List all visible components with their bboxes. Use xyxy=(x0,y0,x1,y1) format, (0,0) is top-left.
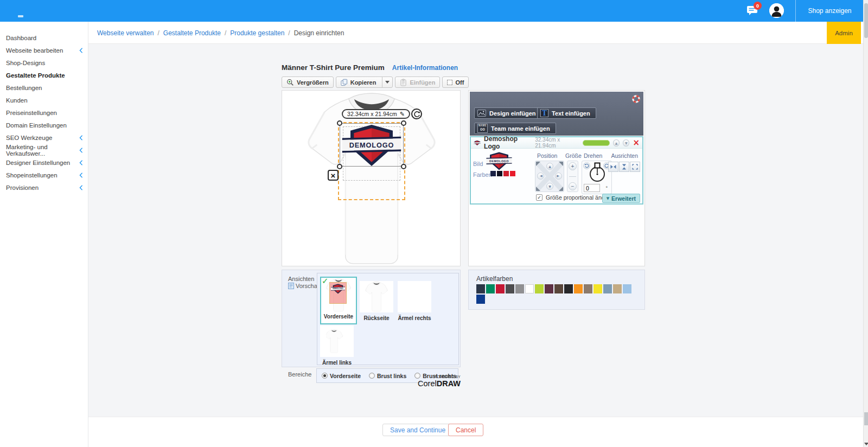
chevron-left-icon xyxy=(79,160,83,165)
sidebar-item-provisionen[interactable]: Provisionen xyxy=(0,181,88,194)
cancel-button[interactable]: Cancel xyxy=(448,424,483,436)
color-swatch[interactable] xyxy=(545,284,553,293)
breadcrumb-bar: Webseite verwalten / Gestaltete Produkte… xyxy=(88,22,864,44)
color-swatch[interactable] xyxy=(613,284,622,293)
view-aermel-links[interactable]: Ärmel links xyxy=(320,325,354,366)
view-thumbnail xyxy=(360,281,393,312)
user-avatar[interactable] xyxy=(769,3,784,18)
color-swatch[interactable] xyxy=(503,171,509,176)
view-vorderseite[interactable]: Vorderseite ✓ xyxy=(320,277,357,324)
sidebar-item-dashboard[interactable]: Dashboard xyxy=(0,31,88,44)
sidebar-item-label: Kunden xyxy=(6,97,28,104)
nudge-left-button[interactable]: ▲ xyxy=(537,173,544,180)
scrollbar-thumb[interactable] xyxy=(864,412,868,425)
color-swatch[interactable] xyxy=(554,284,563,293)
sidebar-item-domain-einstellungen[interactable]: Domain Einstellungen xyxy=(0,119,88,131)
ausrichten-label: Ausrichten xyxy=(611,152,638,159)
rotation-dial[interactable] xyxy=(586,162,608,184)
nudge-right-button[interactable]: ▲ xyxy=(555,173,562,180)
sidebar-item-seo-werkzeuge[interactable]: SEO Werkzeuge xyxy=(0,131,88,144)
artikel-informationen-link[interactable]: Artikel-Informationen xyxy=(392,64,458,72)
zoom-button[interactable]: Vergrößern xyxy=(282,76,334,88)
demologo-design[interactable] xyxy=(341,124,403,167)
sidebar-item-label: Gestaltete Produkte xyxy=(6,72,65,79)
sidebar-item-bestellungen[interactable]: Bestellungen xyxy=(0,81,88,94)
page: 0 Shop anzeigen Dashboard Webseite bearb… xyxy=(0,0,868,447)
sidebar-item-webseite-bearbeiten[interactable]: Webseite bearbeiten xyxy=(0,44,88,56)
design-size-pill[interactable]: 32.34cm x 21.94cm ✎ xyxy=(342,109,410,119)
delete-design-button[interactable]: × xyxy=(328,170,339,181)
view-label: Ärmel rechts xyxy=(398,315,431,321)
color-swatch[interactable] xyxy=(490,171,496,176)
sidebar-item-marketing[interactable]: Marketing- und Verkaufswer... xyxy=(0,144,88,156)
rotation-unit: ° xyxy=(605,186,608,191)
color-swatch[interactable] xyxy=(497,171,502,176)
rotation-input[interactable] xyxy=(584,184,600,192)
color-swatch[interactable] xyxy=(574,284,583,293)
layer-move-up-button[interactable]: ▲ xyxy=(613,139,620,146)
align-center-both-button[interactable] xyxy=(630,162,640,172)
sidebar-item-preiseinstellungen[interactable]: Preiseinstellungen xyxy=(0,106,88,119)
color-swatch[interactable] xyxy=(603,284,612,293)
design-toolbar: Vergrößern Kopieren Einfügen xyxy=(282,76,469,88)
sidebar-item-designer-einstellungen[interactable]: Designer Einstellungen xyxy=(0,156,88,169)
design-canvas[interactable]: 32.34cm x 21.94cm ✎ × xyxy=(282,90,461,266)
copy-button[interactable]: Kopieren xyxy=(336,76,393,88)
align-center-horizontal-button[interactable] xyxy=(608,162,618,172)
size-increase-button[interactable]: + xyxy=(569,162,577,170)
sidebar-item-shopeinstellungen[interactable]: Shopeinstellungen xyxy=(0,169,88,181)
color-swatch[interactable] xyxy=(623,284,631,293)
scrollbar-thumb[interactable] xyxy=(864,3,868,38)
breadcrumb-separator: / xyxy=(284,29,293,37)
rotate-design-button[interactable] xyxy=(411,108,422,119)
breadcrumb-link[interactable]: Gestaltete Produkte xyxy=(163,29,221,37)
view-aermel-rechts[interactable]: Ärmel rechts xyxy=(398,281,431,321)
layer-move-down-button[interactable]: ▼ xyxy=(623,139,629,146)
insert-text-button[interactable]: T Text einfügen xyxy=(537,107,596,119)
sidebar-item-shop-designs[interactable]: Shop-Designs xyxy=(0,56,88,69)
align-center-vertical-button[interactable] xyxy=(619,162,629,172)
color-swatch[interactable] xyxy=(476,295,485,304)
off-button[interactable]: Off xyxy=(442,76,469,88)
sidebar-item-gestaltete-produkte[interactable]: Gestaltete Produkte xyxy=(0,69,88,81)
layer-header[interactable]: Demoshop Logo 32.34cm x 21.94cm ▲ ▼ × xyxy=(471,137,642,149)
scrollbar-down-arrow[interactable] xyxy=(864,443,868,445)
image-icon xyxy=(477,110,486,117)
color-swatch[interactable] xyxy=(496,284,505,293)
color-swatch[interactable] xyxy=(564,284,573,293)
position-pad[interactable]: ▲ ▼ ▲ ▲ xyxy=(535,161,564,192)
layer-delete-button[interactable]: × xyxy=(633,139,640,147)
color-swatch[interactable] xyxy=(525,284,534,293)
sidebar-item-kunden[interactable]: Kunden xyxy=(0,94,88,106)
admin-tab[interactable]: Admin xyxy=(827,22,861,44)
color-swatch[interactable] xyxy=(584,284,592,293)
proportional-checkbox[interactable]: ✓ xyxy=(536,194,542,201)
preview-link[interactable]: Vorschau xyxy=(288,283,321,289)
insert-design-button[interactable]: Design einfügen xyxy=(474,107,542,119)
color-swatch[interactable] xyxy=(510,171,515,176)
save-and-continue-button[interactable]: Save and Continue xyxy=(382,424,453,436)
copy-dropdown-button[interactable] xyxy=(382,76,392,88)
erweitert-button[interactable]: ▼ Erweitert xyxy=(602,194,640,203)
layer-image-thumbnail[interactable] xyxy=(486,152,512,170)
bereich-vorderseite[interactable]: Vorderseite xyxy=(322,373,361,379)
color-swatch[interactable] xyxy=(515,284,524,293)
breadcrumb-link[interactable]: Webseite verwalten xyxy=(97,29,154,37)
nudge-up-button[interactable]: ▲ xyxy=(546,163,553,170)
vertical-scrollbar[interactable] xyxy=(863,0,868,447)
nudge-down-button[interactable]: ▼ xyxy=(546,183,553,190)
color-swatch[interactable] xyxy=(486,284,495,293)
align-horizontal-icon xyxy=(610,163,617,170)
breadcrumb-link[interactable]: Produkte gestalten xyxy=(230,29,284,37)
color-swatch[interactable] xyxy=(506,284,514,293)
view-rueckseite[interactable]: Rückseite xyxy=(360,281,393,321)
color-swatch[interactable] xyxy=(535,284,544,293)
color-swatch[interactable] xyxy=(476,284,485,293)
shop-anzeigen-link[interactable]: Shop anzeigen xyxy=(796,0,864,22)
paste-button[interactable]: Einfügen xyxy=(395,76,440,88)
radio-selected-icon xyxy=(322,373,328,379)
help-button[interactable] xyxy=(632,95,640,105)
color-swatch[interactable] xyxy=(593,284,602,293)
insert-team-name-button[interactable]: NAME00 Team name einfügen xyxy=(474,123,556,134)
size-decrease-button[interactable]: − xyxy=(569,182,577,190)
